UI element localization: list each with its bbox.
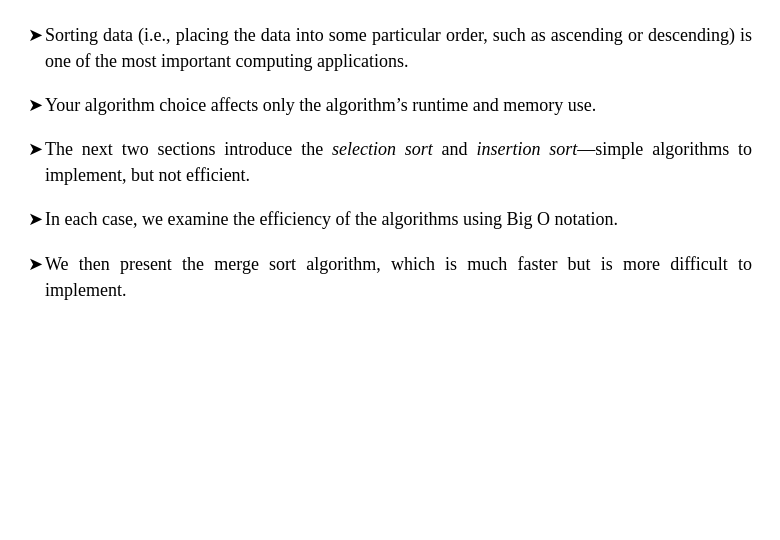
- bullet-arrow-5: ➤: [28, 251, 43, 277]
- bullet-text-3: The next two sections introduce the sele…: [45, 136, 752, 188]
- insertion-sort-italic: insertion sort: [476, 139, 577, 159]
- selection-sort-italic: selection sort: [332, 139, 433, 159]
- bullet-item-5: ➤ We then present the merge sort algorit…: [28, 251, 752, 303]
- bullet-item-1: ➤ Sorting data (i.e., placing the data i…: [28, 22, 752, 74]
- bullet-arrow-2: ➤: [28, 92, 43, 118]
- bullet-item-4: ➤ In each case, we examine the efficienc…: [28, 206, 752, 232]
- main-content: ➤ Sorting data (i.e., placing the data i…: [0, 0, 780, 343]
- bullet-text-5: We then present the merge sort algorithm…: [45, 251, 752, 303]
- bullet-text-2: Your algorithm choice affects only the a…: [45, 92, 752, 118]
- bullet-arrow-3: ➤: [28, 136, 43, 162]
- bullet-arrow-4: ➤: [28, 206, 43, 232]
- bullet-arrow-1: ➤: [28, 22, 43, 48]
- bullet-item-2: ➤ Your algorithm choice affects only the…: [28, 92, 752, 118]
- bullet-text-4: In each case, we examine the efficiency …: [45, 206, 752, 232]
- bullet-text-1: Sorting data (i.e., placing the data int…: [45, 22, 752, 74]
- bullet-item-3: ➤ The next two sections introduce the se…: [28, 136, 752, 188]
